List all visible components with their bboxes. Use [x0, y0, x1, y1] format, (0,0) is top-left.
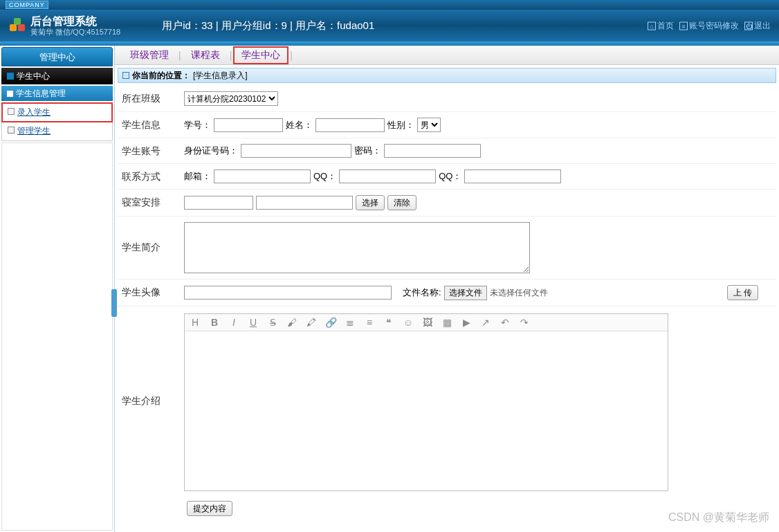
- input-password[interactable]: [384, 144, 481, 158]
- quote-icon[interactable]: ❝: [383, 317, 395, 328]
- paint-icon[interactable]: 🖌: [286, 317, 298, 328]
- strikethrough-icon[interactable]: S̶: [266, 317, 279, 328]
- label-gender: 性别：: [387, 119, 414, 131]
- textarea-intro[interactable]: [184, 222, 530, 273]
- label-contact: 联系方式: [122, 169, 184, 183]
- sidebar-fill: [1, 143, 113, 531]
- input-qq1[interactable]: [339, 169, 436, 183]
- tab-schedule[interactable]: 课程表: [184, 48, 227, 63]
- expand-icon[interactable]: ↗: [479, 317, 492, 328]
- editor-body[interactable]: [185, 331, 668, 490]
- home-label: 首页: [657, 20, 674, 32]
- input-idcard[interactable]: [241, 144, 351, 158]
- location-label: 你当前的位置：: [132, 68, 190, 83]
- location-value: [学生信息录入]: [193, 68, 248, 83]
- tab-student-center[interactable]: 学生中心: [235, 48, 287, 63]
- tab-class-mgmt[interactable]: 班级管理: [123, 48, 176, 63]
- input-avatar-path[interactable]: [184, 286, 392, 300]
- logo-icon: [10, 18, 25, 33]
- top-company-bar: COMPANY: [0, 0, 779, 10]
- emoji-icon[interactable]: ☺: [402, 317, 414, 328]
- title-block: 后台管理系统 黄菊华 微信/QQ:45157718: [30, 15, 120, 37]
- sidebar-header: 管理中心: [1, 47, 113, 66]
- top-tabs: 班级管理 | 课程表 | 学生中心 |: [115, 46, 779, 65]
- label-xuehao: 学号：: [184, 119, 211, 131]
- label-password: 密码：: [354, 145, 381, 157]
- exit-label: 退出: [754, 20, 771, 32]
- panel-resize-handle[interactable]: [111, 289, 117, 317]
- input-student-id[interactable]: [214, 118, 283, 132]
- sidebar-item-enroll-student[interactable]: 录入学生: [2, 103, 112, 122]
- system-name: 后台管理系统: [30, 15, 120, 28]
- italic-icon[interactable]: I: [228, 317, 240, 328]
- breadcrumb: 你当前的位置： [学生信息录入]: [118, 68, 776, 83]
- undo-icon[interactable]: ↶: [499, 317, 511, 328]
- label-account: 学生账号: [122, 144, 184, 158]
- sidebar-group-header[interactable]: 学生信息管理: [1, 86, 113, 101]
- bold-icon[interactable]: B: [208, 317, 221, 328]
- top-actions: ⌂首页 ≡账号密码修改 ⏻退出: [648, 20, 771, 32]
- file-status: 未选择任何文件: [490, 287, 548, 299]
- label-dorm: 寝室安排: [122, 195, 184, 209]
- list-icon: ≡: [679, 21, 688, 30]
- form-area: 所在班级 计算机分院20230102 学生信息 学号： 姓名： 性别：: [118, 86, 776, 516]
- main-area: 班级管理 | 课程表 | 学生中心 | 你当前的位置： [学生信息录入] 所在班…: [114, 46, 779, 532]
- input-qq2[interactable]: [464, 169, 561, 183]
- input-email[interactable]: [214, 169, 311, 183]
- select-gender[interactable]: 男: [417, 118, 441, 132]
- label-file-title: 文件名称:: [403, 286, 441, 299]
- heading-icon[interactable]: H: [189, 317, 201, 328]
- sidebar: 管理中心 学生中心 学生信息管理 录入学生 管理学生: [0, 46, 114, 532]
- table-icon[interactable]: ▦: [441, 317, 453, 328]
- redo-icon[interactable]: ↷: [518, 317, 531, 328]
- select-class[interactable]: 计算机分院20230102: [184, 91, 278, 106]
- input-dorm-a[interactable]: [184, 196, 253, 210]
- company-badge: COMPANY: [6, 1, 48, 9]
- video-icon[interactable]: ▶: [460, 317, 473, 328]
- pwd-label: 账号密码修改: [689, 20, 739, 32]
- user-info: 用户id：33 | 用户分组id：9 | 用户名：fudao01: [162, 19, 374, 33]
- editor-toolbar: H B I U S̶ 🖌 🖍 🔗 ≣ ≡ ❝: [185, 314, 668, 331]
- pwd-change-link[interactable]: ≡账号密码修改: [679, 20, 739, 32]
- submit-button[interactable]: 提交内容: [187, 501, 232, 516]
- square-icon: [7, 73, 14, 80]
- clear-button[interactable]: 清除: [387, 195, 416, 210]
- label-detail: 学生介绍: [122, 312, 184, 407]
- sidebar-section-label: 学生中心: [17, 68, 50, 84]
- label-xingming: 姓名：: [286, 119, 313, 131]
- rich-editor: H B I U S̶ 🖌 🖍 🔗 ≣ ≡ ❝: [184, 313, 668, 491]
- label-email: 邮箱：: [184, 170, 211, 183]
- label-qq1: QQ：: [313, 170, 336, 183]
- exit-link[interactable]: ⏻退出: [744, 20, 771, 32]
- home-link[interactable]: ⌂首页: [648, 20, 674, 32]
- label-qq2: QQ：: [439, 170, 461, 183]
- brush-icon[interactable]: 🖍: [305, 317, 318, 328]
- input-dorm-b[interactable]: [256, 196, 353, 210]
- header-bar: 后台管理系统 黄菊华 微信/QQ:45157718 用户id：33 | 用户分组…: [0, 10, 779, 42]
- sidebar-section-title[interactable]: 学生中心: [1, 68, 113, 84]
- align-icon[interactable]: ≡: [363, 317, 376, 328]
- choose-file-button[interactable]: 选择文件: [444, 286, 487, 300]
- list-icon[interactable]: ≣: [344, 317, 356, 328]
- label-avatar: 学生头像: [122, 285, 184, 299]
- system-sub: 黄菊华 微信/QQ:45157718: [30, 28, 120, 37]
- underline-icon[interactable]: U: [247, 317, 259, 328]
- link-icon[interactable]: 🔗: [324, 317, 337, 328]
- square-icon: [7, 91, 13, 97]
- sidebar-group-label: 学生信息管理: [16, 86, 66, 101]
- input-name[interactable]: [315, 118, 385, 132]
- select-button[interactable]: 选择: [356, 195, 385, 210]
- label-class: 所在班级: [122, 91, 184, 105]
- sidebar-item-manage-student[interactable]: 管理学生: [2, 122, 112, 140]
- location-icon: [122, 72, 129, 79]
- upload-button[interactable]: 上 传: [727, 285, 758, 300]
- label-intro: 学生简介: [122, 222, 184, 254]
- image-icon[interactable]: 🖼: [421, 317, 434, 328]
- power-icon: ⏻: [744, 21, 753, 30]
- home-icon: ⌂: [648, 21, 656, 30]
- label-idcard: 身份证号码：: [184, 145, 238, 157]
- label-student-info: 学生信息: [122, 118, 184, 131]
